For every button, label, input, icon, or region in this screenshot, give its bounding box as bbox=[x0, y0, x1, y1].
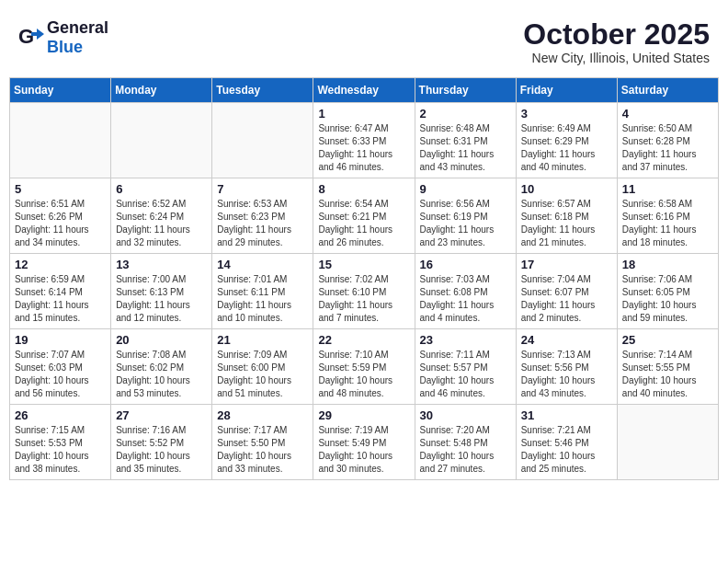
calendar-week-row: 1Sunrise: 6:47 AM Sunset: 6:33 PM Daylig… bbox=[10, 103, 719, 178]
weekday-header-wednesday: Wednesday bbox=[313, 78, 415, 103]
day-number: 8 bbox=[318, 182, 409, 196]
calendar-cell: 21Sunrise: 7:09 AM Sunset: 6:00 PM Dayli… bbox=[212, 329, 313, 405]
day-info: Sunrise: 6:47 AM Sunset: 6:33 PM Dayligh… bbox=[318, 122, 409, 174]
day-number: 15 bbox=[318, 258, 409, 271]
day-number: 5 bbox=[15, 182, 106, 196]
day-number: 7 bbox=[217, 182, 308, 196]
calendar-week-row: 12Sunrise: 6:59 AM Sunset: 6:14 PM Dayli… bbox=[10, 254, 719, 329]
calendar-cell: 5Sunrise: 6:51 AM Sunset: 6:26 PM Daylig… bbox=[10, 178, 111, 254]
day-info: Sunrise: 6:58 AM Sunset: 6:16 PM Dayligh… bbox=[622, 198, 713, 249]
calendar-cell: 15Sunrise: 7:02 AM Sunset: 6:10 PM Dayli… bbox=[313, 254, 415, 329]
calendar-cell: 17Sunrise: 7:04 AM Sunset: 6:07 PM Dayli… bbox=[516, 254, 617, 329]
weekday-header-row: SundayMondayTuesdayWednesdayThursdayFrid… bbox=[10, 78, 719, 103]
page-header: G General Blue October 2025 New City, Il… bbox=[9, 9, 719, 70]
day-info: Sunrise: 7:21 AM Sunset: 5:46 PM Dayligh… bbox=[521, 424, 612, 476]
day-info: Sunrise: 6:48 AM Sunset: 6:31 PM Dayligh… bbox=[420, 122, 511, 174]
calendar-cell bbox=[111, 103, 212, 178]
title-block: October 2025 New City, Illinois, United … bbox=[523, 18, 710, 65]
calendar-cell: 22Sunrise: 7:10 AM Sunset: 5:59 PM Dayli… bbox=[313, 329, 415, 405]
day-number: 27 bbox=[116, 408, 207, 422]
logo: G General Blue bbox=[18, 18, 108, 57]
day-info: Sunrise: 6:57 AM Sunset: 6:18 PM Dayligh… bbox=[521, 198, 612, 249]
day-number: 19 bbox=[15, 333, 106, 347]
day-info: Sunrise: 6:59 AM Sunset: 6:14 PM Dayligh… bbox=[15, 273, 106, 325]
day-info: Sunrise: 6:50 AM Sunset: 6:28 PM Dayligh… bbox=[622, 122, 713, 174]
month-title: October 2025 bbox=[523, 18, 710, 51]
calendar-cell: 29Sunrise: 7:19 AM Sunset: 5:49 PM Dayli… bbox=[313, 405, 415, 480]
day-number: 17 bbox=[521, 258, 612, 271]
day-number: 29 bbox=[318, 408, 409, 422]
day-info: Sunrise: 7:15 AM Sunset: 5:53 PM Dayligh… bbox=[15, 424, 106, 476]
day-number: 3 bbox=[521, 107, 612, 121]
weekday-header-sunday: Sunday bbox=[10, 78, 111, 103]
day-number: 24 bbox=[521, 333, 612, 347]
day-info: Sunrise: 7:19 AM Sunset: 5:49 PM Dayligh… bbox=[318, 424, 409, 476]
calendar-cell: 8Sunrise: 6:54 AM Sunset: 6:21 PM Daylig… bbox=[313, 178, 415, 254]
calendar-cell: 6Sunrise: 6:52 AM Sunset: 6:24 PM Daylig… bbox=[111, 178, 212, 254]
calendar-cell: 3Sunrise: 6:49 AM Sunset: 6:29 PM Daylig… bbox=[516, 103, 617, 178]
calendar-cell: 10Sunrise: 6:57 AM Sunset: 6:18 PM Dayli… bbox=[516, 178, 617, 254]
calendar-week-row: 26Sunrise: 7:15 AM Sunset: 5:53 PM Dayli… bbox=[10, 405, 719, 480]
day-info: Sunrise: 7:02 AM Sunset: 6:10 PM Dayligh… bbox=[318, 273, 409, 325]
day-number: 11 bbox=[622, 182, 713, 196]
day-number: 9 bbox=[420, 182, 511, 196]
day-info: Sunrise: 7:16 AM Sunset: 5:52 PM Dayligh… bbox=[116, 424, 207, 476]
day-number: 25 bbox=[622, 333, 713, 347]
calendar-cell: 30Sunrise: 7:20 AM Sunset: 5:48 PM Dayli… bbox=[415, 405, 516, 480]
calendar-cell: 12Sunrise: 6:59 AM Sunset: 6:14 PM Dayli… bbox=[10, 254, 111, 329]
day-info: Sunrise: 7:11 AM Sunset: 5:57 PM Dayligh… bbox=[420, 349, 511, 400]
day-number: 12 bbox=[15, 258, 106, 271]
calendar-cell: 9Sunrise: 6:56 AM Sunset: 6:19 PM Daylig… bbox=[415, 178, 516, 254]
day-info: Sunrise: 7:20 AM Sunset: 5:48 PM Dayligh… bbox=[420, 424, 511, 476]
logo-icon: G bbox=[18, 25, 44, 51]
calendar-cell: 28Sunrise: 7:17 AM Sunset: 5:50 PM Dayli… bbox=[212, 405, 313, 480]
location-text: New City, Illinois, United States bbox=[523, 51, 710, 65]
weekday-header-tuesday: Tuesday bbox=[212, 78, 313, 103]
day-number: 16 bbox=[420, 258, 511, 271]
calendar-cell: 20Sunrise: 7:08 AM Sunset: 6:02 PM Dayli… bbox=[111, 329, 212, 405]
day-info: Sunrise: 6:54 AM Sunset: 6:21 PM Dayligh… bbox=[318, 198, 409, 249]
calendar-week-row: 19Sunrise: 7:07 AM Sunset: 6:03 PM Dayli… bbox=[10, 329, 719, 405]
calendar-cell: 11Sunrise: 6:58 AM Sunset: 6:16 PM Dayli… bbox=[617, 178, 718, 254]
day-info: Sunrise: 6:52 AM Sunset: 6:24 PM Dayligh… bbox=[116, 198, 207, 249]
day-number: 20 bbox=[116, 333, 207, 347]
day-number: 4 bbox=[622, 107, 713, 121]
day-number: 6 bbox=[116, 182, 207, 196]
day-number: 22 bbox=[318, 333, 409, 347]
day-number: 23 bbox=[420, 333, 511, 347]
day-info: Sunrise: 7:00 AM Sunset: 6:13 PM Dayligh… bbox=[116, 273, 207, 325]
day-number: 10 bbox=[521, 182, 612, 196]
day-info: Sunrise: 7:04 AM Sunset: 6:07 PM Dayligh… bbox=[521, 273, 612, 325]
day-info: Sunrise: 7:17 AM Sunset: 5:50 PM Dayligh… bbox=[217, 424, 308, 476]
day-info: Sunrise: 6:49 AM Sunset: 6:29 PM Dayligh… bbox=[521, 122, 612, 174]
day-info: Sunrise: 7:09 AM Sunset: 6:00 PM Dayligh… bbox=[217, 349, 308, 400]
calendar-cell: 1Sunrise: 6:47 AM Sunset: 6:33 PM Daylig… bbox=[313, 103, 415, 178]
svg-text:G: G bbox=[18, 25, 34, 48]
calendar-cell: 2Sunrise: 6:48 AM Sunset: 6:31 PM Daylig… bbox=[415, 103, 516, 178]
logo-blue-text: Blue bbox=[47, 38, 83, 56]
day-info: Sunrise: 6:53 AM Sunset: 6:23 PM Dayligh… bbox=[217, 198, 308, 249]
day-number: 30 bbox=[420, 408, 511, 422]
day-info: Sunrise: 7:06 AM Sunset: 6:05 PM Dayligh… bbox=[622, 273, 713, 325]
calendar-cell: 24Sunrise: 7:13 AM Sunset: 5:56 PM Dayli… bbox=[516, 329, 617, 405]
calendar-cell: 25Sunrise: 7:14 AM Sunset: 5:55 PM Dayli… bbox=[617, 329, 718, 405]
day-info: Sunrise: 7:08 AM Sunset: 6:02 PM Dayligh… bbox=[116, 349, 207, 400]
weekday-header-thursday: Thursday bbox=[415, 78, 516, 103]
calendar-cell: 23Sunrise: 7:11 AM Sunset: 5:57 PM Dayli… bbox=[415, 329, 516, 405]
calendar-cell bbox=[212, 103, 313, 178]
calendar-cell bbox=[10, 103, 111, 178]
day-number: 13 bbox=[116, 258, 207, 271]
calendar-cell bbox=[617, 405, 718, 480]
day-number: 1 bbox=[318, 107, 409, 121]
weekday-header-saturday: Saturday bbox=[617, 78, 718, 103]
calendar-cell: 16Sunrise: 7:03 AM Sunset: 6:08 PM Dayli… bbox=[415, 254, 516, 329]
day-info: Sunrise: 6:56 AM Sunset: 6:19 PM Dayligh… bbox=[420, 198, 511, 249]
calendar-cell: 7Sunrise: 6:53 AM Sunset: 6:23 PM Daylig… bbox=[212, 178, 313, 254]
day-info: Sunrise: 7:13 AM Sunset: 5:56 PM Dayligh… bbox=[521, 349, 612, 400]
calendar-cell: 14Sunrise: 7:01 AM Sunset: 6:11 PM Dayli… bbox=[212, 254, 313, 329]
calendar-week-row: 5Sunrise: 6:51 AM Sunset: 6:26 PM Daylig… bbox=[10, 178, 719, 254]
calendar-cell: 4Sunrise: 6:50 AM Sunset: 6:28 PM Daylig… bbox=[617, 103, 718, 178]
weekday-header-friday: Friday bbox=[516, 78, 617, 103]
day-number: 2 bbox=[420, 107, 511, 121]
day-info: Sunrise: 7:10 AM Sunset: 5:59 PM Dayligh… bbox=[318, 349, 409, 400]
